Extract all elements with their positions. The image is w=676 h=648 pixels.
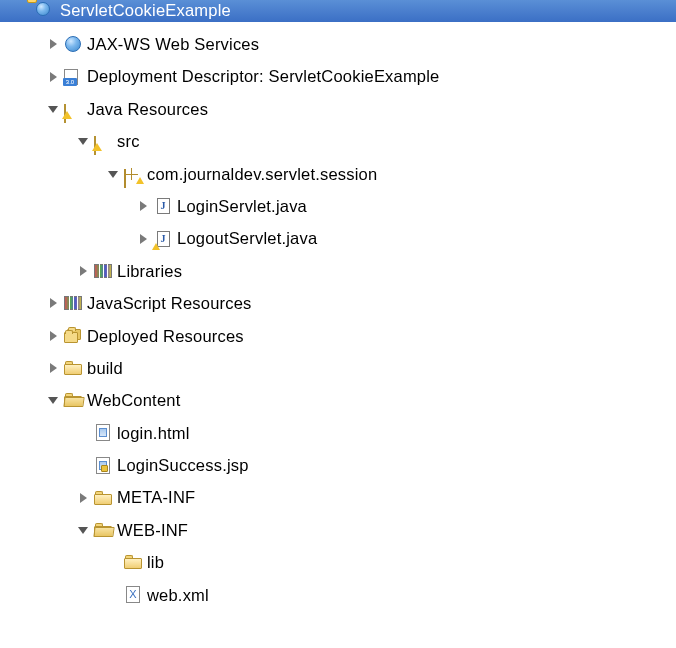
tree-label: LoginSuccess.jsp — [117, 452, 249, 478]
tree-item-java-resources[interactable]: Java Resources — [0, 93, 676, 125]
folder-icon — [123, 553, 143, 571]
expand-arrow-icon[interactable] — [75, 490, 91, 506]
tree-label: Deployment Descriptor: ServletCookieExam… — [87, 63, 440, 89]
source-folder-icon — [93, 132, 113, 150]
expand-arrow-icon[interactable] — [45, 328, 61, 344]
tree-item-package[interactable]: com.journaldev.servlet.session — [0, 158, 676, 190]
tree-item-login-servlet[interactable]: J LoginServlet.java — [0, 190, 676, 222]
libraries-icon — [63, 294, 83, 312]
tree-item-libraries[interactable]: Libraries — [0, 255, 676, 287]
tree-item-jaxws[interactable]: JAX-WS Web Services — [0, 28, 676, 60]
java-file-icon: J — [153, 197, 173, 215]
jsp-file-icon — [93, 456, 113, 474]
tree-label: Java Resources — [87, 96, 208, 122]
expand-arrow-icon[interactable] — [135, 198, 151, 214]
tree-item-webcontent[interactable]: WebContent — [0, 384, 676, 416]
tree-item-web-xml[interactable]: X web.xml — [0, 579, 676, 611]
expand-arrow-icon[interactable] — [45, 295, 61, 311]
tree-label: lib — [147, 549, 164, 575]
folder-icon — [63, 359, 83, 377]
expand-arrow-icon[interactable] — [45, 360, 61, 376]
collapse-arrow-icon[interactable] — [105, 166, 121, 182]
web-project-icon — [36, 2, 54, 20]
collapse-arrow-icon[interactable] — [75, 522, 91, 538]
tree-label: login.html — [117, 420, 190, 446]
tree-label: META-INF — [117, 484, 195, 510]
tree-label: JAX-WS Web Services — [87, 31, 259, 57]
deployment-descriptor-icon: 3.0 — [63, 68, 83, 86]
folder-open-icon — [63, 391, 83, 409]
tree-label: web.xml — [147, 582, 209, 608]
svg-marker-7 — [80, 266, 87, 276]
tree-label: WEB-INF — [117, 517, 188, 543]
folder-icon — [93, 489, 113, 507]
svg-marker-2 — [48, 106, 58, 113]
html-file-icon — [93, 424, 113, 442]
tree-label: src — [117, 128, 140, 154]
java-file-warning-icon: J — [153, 230, 173, 248]
globe-icon — [63, 35, 83, 53]
tree-item-login-success-jsp[interactable]: LoginSuccess.jsp — [0, 449, 676, 481]
package-icon — [123, 165, 143, 183]
tree-item-js-resources[interactable]: JavaScript Resources — [0, 287, 676, 319]
tree-item-web-inf[interactable]: WEB-INF — [0, 514, 676, 546]
svg-marker-13 — [78, 527, 88, 534]
collapse-arrow-icon[interactable] — [75, 133, 91, 149]
tree-label: JavaScript Resources — [87, 290, 251, 316]
tree-item-deployed-resources[interactable]: Deployed Resources — [0, 320, 676, 352]
tree-label: build — [87, 355, 123, 381]
tree-label: LoginServlet.java — [177, 193, 307, 219]
java-resources-icon — [63, 100, 83, 118]
expand-arrow-icon[interactable] — [45, 69, 61, 85]
collapse-arrow-icon[interactable] — [45, 392, 61, 408]
tree-label: Libraries — [117, 258, 182, 284]
svg-marker-12 — [80, 493, 87, 503]
svg-marker-10 — [50, 363, 57, 373]
svg-marker-11 — [48, 397, 58, 404]
svg-marker-3 — [78, 138, 88, 145]
tree-label: com.journaldev.servlet.session — [147, 161, 377, 187]
tree-item-build[interactable]: build — [0, 352, 676, 384]
expand-arrow-icon[interactable] — [135, 231, 151, 247]
project-title-bar[interactable]: ServletCookieExample — [0, 0, 676, 22]
svg-marker-8 — [50, 298, 57, 308]
tree-item-logout-servlet[interactable]: J LogoutServlet.java — [0, 222, 676, 254]
svg-marker-4 — [108, 171, 118, 178]
tree-item-login-html[interactable]: login.html — [0, 417, 676, 449]
tree-label: WebContent — [87, 387, 180, 413]
libraries-icon — [93, 262, 113, 280]
svg-marker-6 — [140, 234, 147, 244]
deployed-folders-icon — [63, 327, 83, 345]
expand-arrow-icon[interactable] — [45, 36, 61, 52]
tree-label: LogoutServlet.java — [177, 225, 317, 251]
expand-arrow-icon[interactable] — [75, 263, 91, 279]
tree-label: Deployed Resources — [87, 323, 244, 349]
xml-file-icon: X — [123, 586, 143, 604]
tree-item-deployment-descriptor[interactable]: 3.0 Deployment Descriptor: ServletCookie… — [0, 60, 676, 92]
tree-item-meta-inf[interactable]: META-INF — [0, 481, 676, 513]
tree-item-src[interactable]: src — [0, 125, 676, 157]
svg-marker-5 — [140, 201, 147, 211]
svg-marker-9 — [50, 331, 57, 341]
svg-marker-1 — [50, 72, 57, 82]
tree-item-lib[interactable]: lib — [0, 546, 676, 578]
svg-marker-0 — [50, 39, 57, 49]
folder-open-icon — [93, 521, 113, 539]
collapse-arrow-icon[interactable] — [45, 101, 61, 117]
project-name-label: ServletCookieExample — [60, 1, 231, 20]
project-explorer-tree: JAX-WS Web Services 3.0 Deployment Descr… — [0, 22, 676, 617]
